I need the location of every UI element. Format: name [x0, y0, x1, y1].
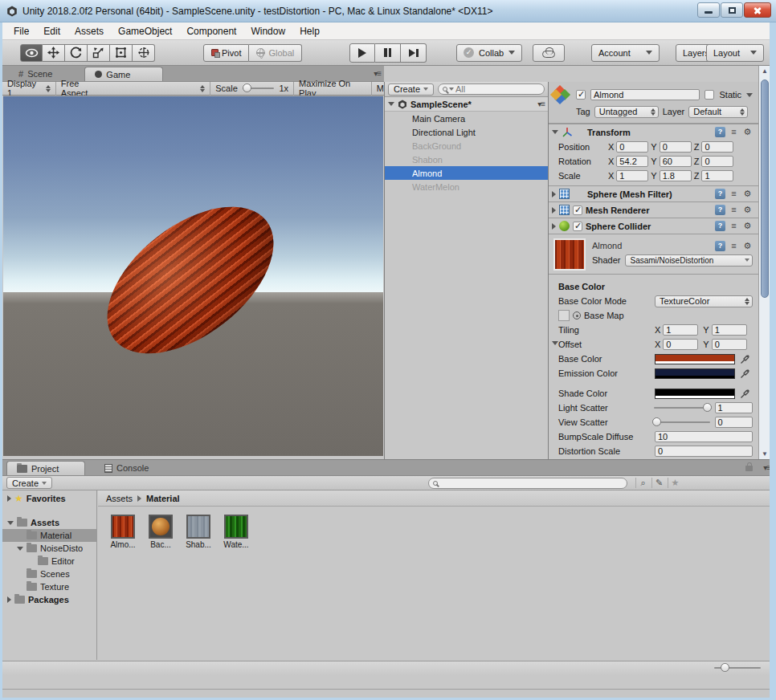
inspector-scrollbar[interactable]: ▲ ▼: [758, 66, 770, 459]
view-scatter-slider[interactable]: [654, 421, 710, 423]
titlebar[interactable]: Unity 2018.2.0f2 Personal (64bit) - Samp…: [0, 0, 776, 22]
mesh-renderer-header[interactable]: Mesh Renderer: [549, 201, 758, 218]
global-toggle[interactable]: Global: [249, 44, 302, 62]
play-button[interactable]: [349, 43, 375, 63]
position-z-field[interactable]: 0: [701, 141, 733, 153]
scroll-down-icon[interactable]: ▼: [762, 450, 768, 458]
slider-knob[interactable]: [703, 403, 712, 412]
breadcrumb-assets[interactable]: Assets: [106, 494, 133, 503]
pivot-toggle[interactable]: Pivot: [203, 44, 249, 62]
foldout-open-icon[interactable]: [552, 130, 558, 134]
tag-dropdown[interactable]: Untagged: [594, 106, 659, 118]
breadcrumb-material[interactable]: Material: [146, 494, 180, 503]
slider-knob[interactable]: [243, 83, 251, 92]
menu-help[interactable]: Help: [293, 24, 326, 39]
layout-dropdown[interactable]: Layout: [706, 44, 764, 62]
menu-assets[interactable]: Assets: [68, 24, 110, 39]
restore-button[interactable]: [721, 2, 743, 18]
preset-icon[interactable]: [729, 127, 739, 137]
rotation-z-field[interactable]: 0: [701, 156, 733, 167]
game-scale-slider[interactable]: [243, 88, 275, 89]
foldout-open-icon[interactable]: [388, 102, 394, 106]
tab-project[interactable]: Project: [6, 461, 85, 475]
menu-edit[interactable]: Edit: [37, 24, 67, 39]
hierarchy-create-button[interactable]: Create: [388, 83, 434, 96]
base-color-mode-dropdown[interactable]: TextureColor: [655, 295, 753, 307]
preset-icon[interactable]: [729, 241, 739, 251]
gameobject-active-checkbox[interactable]: [576, 90, 586, 100]
cloud-button[interactable]: [533, 44, 565, 62]
gameobject-name-field[interactable]: Almond: [590, 89, 700, 100]
gear-icon[interactable]: [742, 205, 753, 215]
search-by-type-icon[interactable]: ⌕: [635, 478, 650, 488]
help-icon[interactable]: [715, 205, 725, 215]
foldout-closed-icon[interactable]: [552, 191, 556, 197]
tree-item-noisedistortion[interactable]: NoiseDisto: [2, 542, 96, 555]
minimize-button[interactable]: [697, 2, 720, 18]
hierarchy-item-background[interactable]: BackGround: [385, 139, 548, 153]
tree-item-texture[interactable]: Texture: [2, 580, 96, 593]
light-scatter-field[interactable]: 1: [715, 402, 754, 413]
gear-icon[interactable]: [742, 221, 753, 231]
eyedropper-icon[interactable]: [740, 354, 750, 364]
game-viewport[interactable]: [3, 96, 383, 456]
scrollbar-thumb[interactable]: [761, 79, 769, 298]
scene-menu-icon[interactable]: [537, 100, 545, 108]
menu-window[interactable]: Window: [244, 24, 292, 39]
rotation-y-field[interactable]: 60: [660, 156, 692, 167]
project-search-field[interactable]: [428, 478, 627, 489]
material-preview-thumbnail[interactable]: [553, 238, 586, 271]
gear-icon[interactable]: [742, 189, 753, 199]
sphere-collider-header[interactable]: Sphere Collider: [549, 218, 758, 234]
tree-item-scenes[interactable]: Scenes: [2, 568, 96, 580]
move-tool-button[interactable]: [43, 44, 65, 62]
tree-item-material[interactable]: Material: [2, 529, 96, 542]
base-map-texture-slot[interactable]: [558, 310, 570, 321]
light-scatter-slider[interactable]: [654, 407, 710, 409]
help-icon[interactable]: [715, 127, 725, 137]
tree-item-assets[interactable]: Assets: [2, 516, 96, 529]
tab-console[interactable]: Console: [95, 461, 158, 475]
lock-icon[interactable]: [745, 466, 753, 471]
tiling-y-field[interactable]: 1: [712, 324, 747, 336]
gear-icon[interactable]: [742, 241, 753, 251]
help-icon[interactable]: [715, 221, 725, 231]
mesh-filter-header[interactable]: Sphere (Mesh Filter): [549, 185, 758, 201]
hand-tool-button[interactable]: [20, 44, 43, 62]
asset-background[interactable]: Bac...: [147, 515, 174, 549]
menu-component[interactable]: Component: [180, 24, 243, 39]
emission-color-swatch[interactable]: [655, 368, 735, 379]
sphere-collider-checkbox[interactable]: [573, 222, 582, 231]
object-picker-icon[interactable]: [573, 311, 581, 319]
slider-knob[interactable]: [652, 417, 661, 426]
layer-dropdown[interactable]: Default: [688, 106, 748, 118]
foldout-closed-icon[interactable]: [552, 207, 556, 214]
asset-shabon[interactable]: Shab...: [185, 515, 212, 549]
slider-knob[interactable]: [721, 663, 729, 672]
bumpscale-field[interactable]: 10: [655, 431, 753, 442]
scroll-up-icon[interactable]: ▲: [762, 67, 768, 75]
preset-icon[interactable]: [729, 189, 739, 199]
scene-header-row[interactable]: SampleScene*: [385, 97, 548, 112]
offset-x-field[interactable]: 0: [663, 339, 698, 350]
tree-item-favorites[interactable]: Favorites: [2, 492, 96, 505]
asset-grid[interactable]: Almo... Bac... Shab... Wate...: [98, 508, 772, 660]
hierarchy-item-almond[interactable]: Almond: [385, 166, 548, 180]
eyedropper-icon[interactable]: [740, 368, 750, 379]
close-button[interactable]: [744, 2, 771, 18]
project-search-input[interactable]: [439, 478, 623, 488]
rotation-x-field[interactable]: 54.2: [616, 156, 648, 167]
offset-y-field[interactable]: 0: [712, 339, 747, 350]
hierarchy-search-field[interactable]: [438, 83, 545, 95]
shader-dropdown[interactable]: Sasami/NoiseDistortion: [625, 254, 753, 267]
collab-dropdown[interactable]: Collab: [456, 44, 522, 62]
eyedropper-icon[interactable]: [740, 389, 750, 399]
static-checkbox[interactable]: [705, 90, 714, 100]
preset-icon[interactable]: [729, 205, 739, 215]
view-scatter-field[interactable]: 0: [715, 417, 754, 428]
rotate-tool-button[interactable]: [65, 44, 88, 62]
position-y-field[interactable]: 0: [660, 141, 692, 153]
hierarchy-item-main-camera[interactable]: Main Camera: [385, 112, 548, 125]
pause-button[interactable]: [375, 43, 401, 63]
thumbnail-zoom-slider[interactable]: [714, 667, 761, 669]
